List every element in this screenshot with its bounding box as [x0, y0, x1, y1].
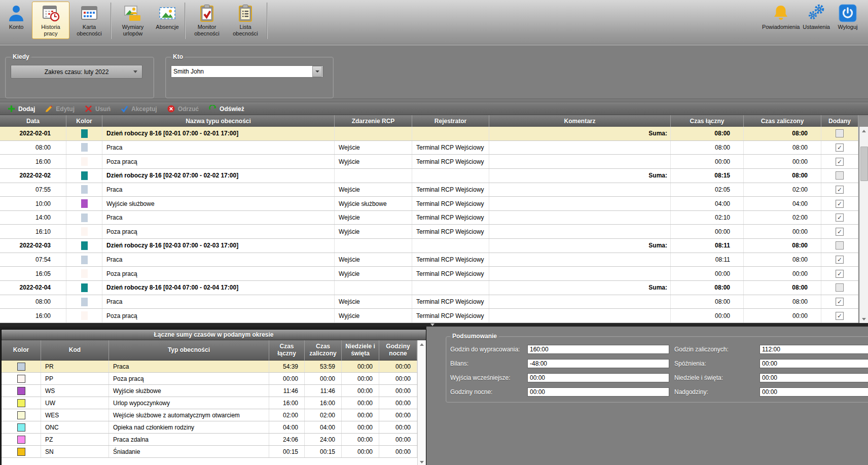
totals-row[interactable]: PZPraca zdalna24:0624:0000:0000:00: [2, 434, 417, 446]
vertical-scrollbar[interactable]: [859, 127, 868, 323]
toolbar-item-monitor-obecnosci[interactable]: Monitor obecności: [188, 2, 226, 39]
table-row[interactable]: 07:54PracaWejścieTerminal RCP Wejściowy0…: [0, 253, 858, 267]
scroll-down-button[interactable]: [860, 315, 868, 323]
scroll-down-button[interactable]: [418, 458, 426, 465]
toolbar-item-konto[interactable]: Konto: [2, 2, 31, 32]
dodany-checkbox[interactable]: [836, 270, 844, 278]
table-row[interactable]: 16:05Poza pracąWyjścieTerminal RCP Wejśc…: [0, 267, 858, 281]
totals-table: Łączne sumy czasów w podanym okresie Kol…: [1, 329, 426, 465]
cell-registrator: Terminal RCP Wejściowy: [412, 267, 489, 280]
toolbar-item-absencje[interactable]: Absencje: [153, 2, 182, 32]
dodany-checkbox[interactable]: [836, 228, 844, 236]
totals-scrollbar[interactable]: [417, 340, 426, 465]
scroll-up-button[interactable]: [418, 340, 426, 348]
table-row[interactable]: 08:00PracaWejścieTerminal RCP Wejściowy0…: [0, 141, 858, 155]
cell-total-time: 02:10: [671, 211, 744, 225]
column-header-komentarz[interactable]: Komentarz: [489, 115, 671, 127]
summary-input-wyjscia-wczesniejsze[interactable]: [527, 373, 669, 382]
cell-registrator: Terminal RCP Wejściowy: [412, 155, 489, 168]
totals-row[interactable]: PRPraca54:3953:5900:0000:00: [2, 361, 417, 373]
totals-row[interactable]: WSWyjście służbowe11:4611:4600:0000:00: [2, 385, 417, 397]
table-row[interactable]: 2022-02-01Dzień roboczy 8-16 [02-01 07:0…: [0, 127, 858, 141]
totals-row[interactable]: WESWejście służbowe z automatycznym otwa…: [2, 409, 417, 421]
summary-input-nadgodziny[interactable]: [760, 387, 868, 397]
table-row[interactable]: 16:00Poza pracąWyjścieTerminal RCP Wejśc…: [0, 309, 858, 323]
scrollbar-thumb[interactable]: [860, 147, 868, 181]
column-header-czas-laczny[interactable]: Czas łączny: [671, 115, 744, 127]
totals-column-header-czas-zaliczony[interactable]: Czas zaliczony: [305, 340, 342, 361]
action-odswiez-button[interactable]: Odśwież: [204, 104, 249, 113]
table-row[interactable]: 2022-02-03Dzień roboczy 8-16 [02-03 07:0…: [0, 239, 858, 253]
cell-comment: [489, 211, 671, 225]
summary-input-godzin-do-wypracowania[interactable]: [527, 345, 669, 354]
toolbar-item-karta-obecnosci[interactable]: Karta obecności: [70, 2, 108, 39]
cell-night-hours: 00:00: [379, 361, 417, 372]
dodany-checkbox[interactable]: [836, 298, 844, 306]
column-header-kolor[interactable]: Kolor: [66, 115, 102, 127]
table-row[interactable]: 08:00PracaWejścieTerminal RCP Wejściowy0…: [0, 295, 858, 309]
cell-total-time: 00:00: [671, 155, 744, 168]
column-header-data[interactable]: Data: [0, 115, 66, 127]
cell-counted-time: 08:00: [744, 253, 821, 267]
totals-column-header-niedziele-i-swieta[interactable]: Niedziele i święta: [342, 340, 379, 361]
toolbar-item-lista-obecnosci[interactable]: Lista obecności: [227, 2, 264, 39]
combobox-dropdown-button[interactable]: [312, 66, 322, 77]
dodany-checkbox[interactable]: [836, 256, 844, 264]
dodany-checkbox[interactable]: [836, 186, 844, 194]
person-combobox[interactable]: Smith John: [171, 65, 323, 78]
totals-row[interactable]: SNŚniadanie00:1500:1500:0000:00: [2, 446, 417, 458]
summary-input-niedziele-i-swieta[interactable]: [760, 373, 868, 382]
action-dodaj-button[interactable]: Dodaj: [3, 104, 40, 113]
totals-column-header-godziny-nocne[interactable]: Godziny nocne: [379, 340, 417, 361]
summary-input-bilans[interactable]: [527, 359, 669, 368]
totals-column-header-kod[interactable]: Kod: [41, 340, 109, 361]
cell-added: [821, 169, 858, 183]
action-label: Usuń: [95, 105, 111, 113]
cell-color: [2, 409, 41, 421]
column-header-rejestrator[interactable]: Rejestrator: [412, 115, 489, 127]
totals-row[interactable]: PPPoza pracą00:0000:0000:0000:00: [2, 373, 417, 385]
dodany-checkbox[interactable]: [836, 129, 844, 137]
action-akceptuj-button: Akceptuj: [116, 104, 162, 113]
toolbar-item-wyloguj[interactable]: Wyloguj: [833, 2, 862, 32]
column-header-zdarzenie-rcp[interactable]: Zdarzenie RCP: [335, 115, 412, 127]
table-row[interactable]: 2022-02-02Dzień roboczy 8-16 [02-02 07:0…: [0, 169, 858, 183]
toolbar-item-historia-pracy[interactable]: Historia pracy: [32, 2, 69, 39]
summary-input-godziny-nocne[interactable]: [527, 387, 669, 397]
arrow-up-icon: [862, 130, 866, 132]
table-row[interactable]: 07:55PracaWejścieTerminal RCP Wejściowy0…: [0, 183, 858, 197]
dodany-checkbox[interactable]: [836, 158, 844, 166]
summary-input-godzin-zaliczonych[interactable]: [760, 345, 868, 354]
table-row[interactable]: 16:10Poza pracąWyjścieTerminal RCP Wejśc…: [0, 225, 858, 239]
totals-row[interactable]: ONCOpieka nad członkiem rodziny04:0004:0…: [2, 421, 417, 434]
column-header-nazwa-typu-obecnosci[interactable]: Nazwa typu obecności: [102, 115, 335, 127]
table-row[interactable]: 2022-02-04Dzień roboczy 8-16 [02-04 07:0…: [0, 281, 858, 295]
dodany-checkbox[interactable]: [836, 171, 844, 180]
dodany-checkbox[interactable]: [836, 312, 844, 320]
dodany-checkbox[interactable]: [836, 200, 844, 208]
toolbar-item-wymiary-urlopow[interactable]: Wymiary urlopów: [114, 2, 152, 39]
dodany-checkbox[interactable]: [836, 213, 844, 222]
scroll-up-button[interactable]: [860, 127, 868, 135]
cell-night-hours: 00:00: [379, 385, 417, 397]
toolbar-item-ustawienia[interactable]: Ustawienia: [801, 2, 832, 32]
column-header-dodany[interactable]: Dodany: [821, 115, 858, 127]
totals-column-header-kolor[interactable]: Kolor: [2, 340, 41, 361]
toolbar-item-powiadomienia[interactable]: Powiadomienia: [762, 2, 800, 32]
dodany-checkbox[interactable]: [836, 241, 844, 249]
dodany-checkbox[interactable]: [836, 144, 844, 152]
totals-column-header-typ-obecnosci[interactable]: Typ obecności: [109, 340, 269, 361]
cell-total-time: 08:00: [671, 141, 744, 155]
cell-data: 16:05: [0, 267, 66, 280]
table-row[interactable]: 16:00Poza pracąWyjścieTerminal RCP Wejśc…: [0, 155, 858, 169]
table-row[interactable]: 10:00Wyjście służboweWyjście służboweTer…: [0, 197, 858, 211]
splitter-handle[interactable]: [430, 324, 435, 326]
accept-icon: [121, 105, 128, 113]
table-row[interactable]: 14:00PracaWejścieTerminal RCP Wejściowy0…: [0, 211, 858, 225]
time-range-dropdown[interactable]: Zakres czasu: luty 2022: [11, 65, 142, 79]
totals-column-header-czas-laczny[interactable]: Czas łączny: [269, 340, 305, 361]
dodany-checkbox[interactable]: [836, 283, 844, 292]
summary-input-spoznienia[interactable]: [760, 359, 868, 368]
totals-row[interactable]: UWUrlop wypoczynkowy16:0016:0000:0000:00: [2, 397, 417, 409]
column-header-czas-zaliczony[interactable]: Czas zaliczony: [744, 115, 821, 127]
